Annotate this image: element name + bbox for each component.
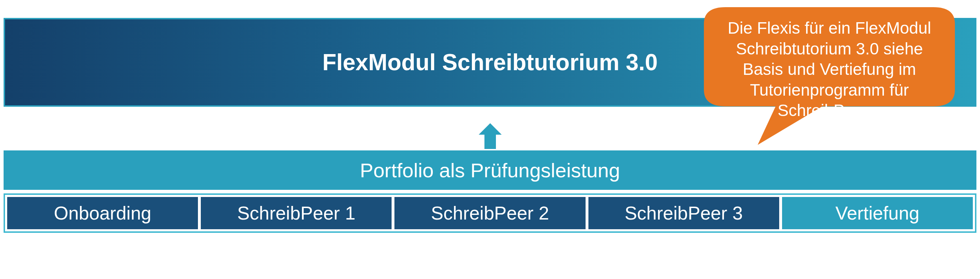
- arrow-up-icon: [476, 122, 504, 151]
- portfolio-label: Portfolio als Prüfungsleistung: [360, 159, 620, 182]
- stage-vertiefung: Vertiefung: [782, 197, 973, 229]
- stage-row: OnboardingSchreibPeer 1SchreibPeer 2Schr…: [3, 193, 977, 233]
- stage-onboarding: Onboarding: [7, 197, 198, 229]
- stage-schreibpeer-2: SchreibPeer 2: [395, 197, 585, 229]
- stage-label: Onboarding: [54, 202, 151, 224]
- stage-label: SchreibPeer 3: [625, 202, 743, 224]
- stage-schreibpeer-3: SchreibPeer 3: [589, 197, 779, 229]
- info-callout: Die Flexis für ein FlexModul Schreibtuto…: [704, 7, 955, 151]
- stage-label: SchreibPeer 2: [431, 202, 549, 224]
- module-title: FlexModul Schreibtutorium 3.0: [322, 49, 658, 76]
- portfolio-bar: Portfolio als Prüfungsleistung: [3, 151, 977, 190]
- callout-text: Die Flexis für ein FlexModul Schreibtuto…: [718, 18, 940, 121]
- stage-label: SchreibPeer 1: [237, 202, 356, 224]
- stage-schreibpeer-1: SchreibPeer 1: [201, 197, 391, 229]
- stage-label: Vertiefung: [835, 202, 920, 224]
